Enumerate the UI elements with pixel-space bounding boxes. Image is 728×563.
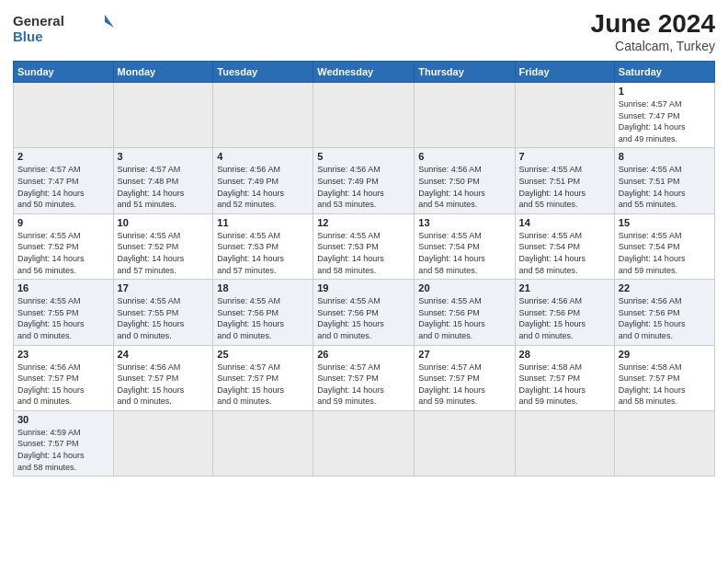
- calendar-cell: [614, 410, 714, 476]
- day-info: Sunrise: 4:55 AM Sunset: 7:53 PM Dayligh…: [317, 230, 410, 276]
- day-number: 14: [519, 217, 610, 228]
- calendar-cell: [213, 410, 313, 476]
- calendar-cell: 8Sunrise: 4:55 AM Sunset: 7:51 PM Daylig…: [614, 148, 714, 213]
- day-number: 20: [418, 282, 510, 293]
- calendar-cell: [113, 410, 213, 476]
- calendar-cell: 10Sunrise: 4:55 AM Sunset: 7:52 PM Dayli…: [113, 213, 213, 279]
- weekday-header-saturday: Saturday: [614, 62, 714, 83]
- calendar-cell: 7Sunrise: 4:55 AM Sunset: 7:51 PM Daylig…: [515, 148, 614, 213]
- day-number: 16: [17, 282, 109, 293]
- calendar-cell: 4Sunrise: 4:56 AM Sunset: 7:49 PM Daylig…: [213, 148, 313, 213]
- calendar-cell: [14, 83, 114, 148]
- calendar: SundayMondayTuesdayWednesdayThursdayFrid…: [13, 61, 715, 477]
- calendar-cell: [113, 83, 213, 148]
- day-number: 21: [519, 282, 610, 293]
- calendar-cell: 19Sunrise: 4:55 AM Sunset: 7:56 PM Dayli…: [313, 280, 415, 345]
- day-number: 28: [519, 349, 610, 360]
- day-info: Sunrise: 4:57 AM Sunset: 7:57 PM Dayligh…: [418, 362, 510, 408]
- calendar-cell: 22Sunrise: 4:56 AM Sunset: 7:56 PM Dayli…: [614, 280, 714, 345]
- calendar-cell: 17Sunrise: 4:55 AM Sunset: 7:55 PM Dayli…: [113, 280, 213, 345]
- calendar-cell: [313, 83, 415, 148]
- day-number: 2: [17, 151, 109, 162]
- day-info: Sunrise: 4:56 AM Sunset: 7:49 PM Dayligh…: [317, 164, 410, 210]
- day-number: 10: [118, 217, 210, 228]
- day-info: Sunrise: 4:55 AM Sunset: 7:51 PM Dayligh…: [519, 164, 610, 210]
- calendar-cell: [515, 83, 614, 148]
- calendar-cell: 27Sunrise: 4:57 AM Sunset: 7:57 PM Dayli…: [415, 345, 515, 410]
- day-number: 24: [118, 349, 210, 360]
- day-info: Sunrise: 4:55 AM Sunset: 7:54 PM Dayligh…: [418, 230, 510, 276]
- calendar-cell: 1Sunrise: 4:57 AM Sunset: 7:47 PM Daylig…: [614, 83, 714, 148]
- day-info: Sunrise: 4:57 AM Sunset: 7:47 PM Dayligh…: [17, 164, 109, 210]
- day-number: 29: [619, 349, 711, 360]
- logo: General Blue: [13, 9, 114, 46]
- day-number: 8: [619, 151, 711, 162]
- calendar-cell: 26Sunrise: 4:57 AM Sunset: 7:57 PM Dayli…: [313, 345, 415, 410]
- day-info: Sunrise: 4:55 AM Sunset: 7:51 PM Dayligh…: [619, 164, 711, 210]
- day-number: 19: [317, 282, 410, 293]
- calendar-cell: 5Sunrise: 4:56 AM Sunset: 7:49 PM Daylig…: [313, 148, 415, 213]
- day-number: 17: [118, 282, 210, 293]
- calendar-cell: 28Sunrise: 4:58 AM Sunset: 7:57 PM Dayli…: [515, 345, 614, 410]
- calendar-cell: 13Sunrise: 4:55 AM Sunset: 7:54 PM Dayli…: [415, 213, 515, 279]
- calendar-cell: 25Sunrise: 4:57 AM Sunset: 7:57 PM Dayli…: [213, 345, 313, 410]
- calendar-cell: 16Sunrise: 4:55 AM Sunset: 7:55 PM Dayli…: [14, 280, 114, 345]
- day-number: 1: [619, 86, 711, 97]
- day-info: Sunrise: 4:57 AM Sunset: 7:57 PM Dayligh…: [317, 362, 410, 408]
- calendar-cell: 3Sunrise: 4:57 AM Sunset: 7:48 PM Daylig…: [113, 148, 213, 213]
- day-number: 22: [619, 282, 711, 293]
- day-info: Sunrise: 4:56 AM Sunset: 7:50 PM Dayligh…: [418, 164, 510, 210]
- svg-text:General: General: [13, 13, 64, 29]
- calendar-cell: 23Sunrise: 4:56 AM Sunset: 7:57 PM Dayli…: [14, 345, 114, 410]
- calendar-cell: 14Sunrise: 4:55 AM Sunset: 7:54 PM Dayli…: [515, 213, 614, 279]
- day-number: 5: [317, 151, 410, 162]
- location: Catalcam, Turkey: [591, 39, 715, 53]
- month-year: June 2024: [591, 9, 715, 39]
- calendar-cell: [415, 410, 515, 476]
- day-number: 6: [418, 151, 510, 162]
- day-number: 30: [17, 414, 109, 425]
- day-info: Sunrise: 4:57 AM Sunset: 7:48 PM Dayligh…: [118, 164, 210, 210]
- calendar-cell: [213, 83, 313, 148]
- day-info: Sunrise: 4:55 AM Sunset: 7:52 PM Dayligh…: [118, 230, 210, 276]
- day-info: Sunrise: 4:56 AM Sunset: 7:57 PM Dayligh…: [118, 362, 210, 408]
- calendar-cell: 6Sunrise: 4:56 AM Sunset: 7:50 PM Daylig…: [415, 148, 515, 213]
- day-info: Sunrise: 4:59 AM Sunset: 7:57 PM Dayligh…: [17, 427, 109, 473]
- day-info: Sunrise: 4:56 AM Sunset: 7:57 PM Dayligh…: [17, 362, 109, 408]
- day-info: Sunrise: 4:58 AM Sunset: 7:57 PM Dayligh…: [619, 362, 711, 408]
- day-number: 4: [217, 151, 309, 162]
- calendar-cell: 18Sunrise: 4:55 AM Sunset: 7:56 PM Dayli…: [213, 280, 313, 345]
- day-number: 27: [418, 349, 510, 360]
- day-info: Sunrise: 4:56 AM Sunset: 7:49 PM Dayligh…: [217, 164, 309, 210]
- svg-marker-2: [105, 15, 114, 28]
- weekday-header-tuesday: Tuesday: [213, 62, 313, 83]
- svg-text:Blue: Blue: [13, 29, 43, 44]
- weekday-header-thursday: Thursday: [415, 62, 515, 83]
- day-info: Sunrise: 4:55 AM Sunset: 7:55 PM Dayligh…: [17, 295, 109, 341]
- day-number: 26: [317, 349, 410, 360]
- day-number: 9: [17, 217, 109, 228]
- calendar-cell: 20Sunrise: 4:55 AM Sunset: 7:56 PM Dayli…: [415, 280, 515, 345]
- day-info: Sunrise: 4:56 AM Sunset: 7:56 PM Dayligh…: [519, 295, 610, 341]
- day-info: Sunrise: 4:55 AM Sunset: 7:54 PM Dayligh…: [619, 230, 711, 276]
- calendar-cell: [415, 83, 515, 148]
- calendar-cell: 24Sunrise: 4:56 AM Sunset: 7:57 PM Dayli…: [113, 345, 213, 410]
- calendar-cell: 2Sunrise: 4:57 AM Sunset: 7:47 PM Daylig…: [14, 148, 114, 213]
- day-number: 13: [418, 217, 510, 228]
- day-info: Sunrise: 4:55 AM Sunset: 7:56 PM Dayligh…: [317, 295, 410, 341]
- calendar-cell: [313, 410, 415, 476]
- day-info: Sunrise: 4:58 AM Sunset: 7:57 PM Dayligh…: [519, 362, 610, 408]
- calendar-cell: 15Sunrise: 4:55 AM Sunset: 7:54 PM Dayli…: [614, 213, 714, 279]
- day-info: Sunrise: 4:55 AM Sunset: 7:53 PM Dayligh…: [217, 230, 309, 276]
- day-info: Sunrise: 4:57 AM Sunset: 7:57 PM Dayligh…: [217, 362, 309, 408]
- day-number: 12: [317, 217, 410, 228]
- day-number: 25: [217, 349, 309, 360]
- calendar-cell: [515, 410, 614, 476]
- day-number: 18: [217, 282, 309, 293]
- page: General Blue June 2024 Catalcam, Turkey …: [0, 0, 728, 563]
- day-number: 11: [217, 217, 309, 228]
- logo-svg: General Blue: [13, 9, 114, 46]
- title-block: June 2024 Catalcam, Turkey: [591, 9, 715, 53]
- calendar-cell: 11Sunrise: 4:55 AM Sunset: 7:53 PM Dayli…: [213, 213, 313, 279]
- calendar-cell: 29Sunrise: 4:58 AM Sunset: 7:57 PM Dayli…: [614, 345, 714, 410]
